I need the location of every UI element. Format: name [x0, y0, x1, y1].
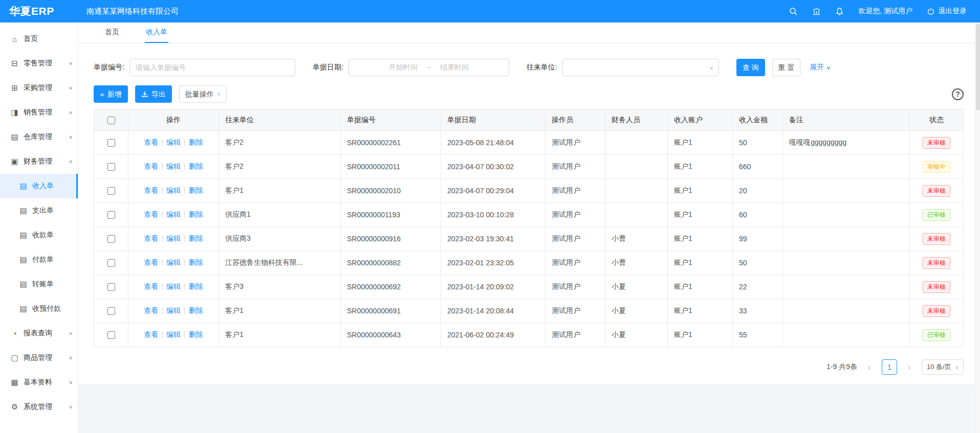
sidebar-item-basic-data[interactable]: ▦基本资料∨ — [0, 370, 78, 395]
row-checkbox[interactable] — [107, 211, 115, 219]
cell-operator: 测试用户 — [546, 155, 605, 179]
row-action-edit[interactable]: 编辑 — [166, 306, 181, 314]
cell-operator: 测试用户 — [546, 299, 605, 323]
sidebar-item-finance[interactable]: ▣财务管理∧ — [0, 149, 78, 174]
sidebar-item-warehouse[interactable]: ▤仓库管理∨ — [0, 125, 78, 149]
sidebar-item-system[interactable]: ⚙系统管理∨ — [0, 395, 78, 419]
row-action-view[interactable]: 查看 — [144, 186, 158, 194]
row-action-delete[interactable]: 删除 — [189, 234, 203, 242]
row-action-edit[interactable]: 编辑 — [166, 186, 181, 194]
goods-icon: ▢ — [10, 353, 19, 362]
row-action-delete[interactable]: 删除 — [189, 138, 203, 146]
row-action-view[interactable]: 查看 — [144, 282, 158, 290]
row-checkbox[interactable] — [107, 259, 115, 267]
sidebar-item-retail[interactable]: ⊟零售管理∨ — [0, 51, 78, 76]
current-page-button[interactable]: 1 — [882, 359, 897, 375]
bill-no-input[interactable] — [129, 59, 295, 76]
row-checkbox[interactable] — [107, 283, 115, 291]
chevron-down-icon: ∨ — [954, 364, 960, 370]
logout-button[interactable]: 退出登录 — [927, 7, 967, 16]
sidebar-subitem-receipt-bill[interactable]: ▤收款单 — [0, 223, 78, 247]
sidebar-subitem-transfer-bill[interactable]: ▤转账单 — [0, 272, 78, 297]
row-action-edit[interactable]: 编辑 — [166, 138, 181, 146]
reset-button[interactable]: 重 置 — [772, 59, 801, 76]
row-action-edit[interactable]: 编辑 — [166, 234, 181, 242]
select-all-checkbox[interactable] — [107, 117, 115, 124]
sidebar-subitem-payment-bill[interactable]: ▤付款单 — [0, 247, 78, 272]
sidebar-item-home[interactable]: ⌂首页 — [0, 27, 78, 51]
prev-page-button[interactable]: ‹ — [862, 359, 877, 375]
expand-link[interactable]: 展开 ∨ — [810, 63, 830, 72]
row-action-edit[interactable]: 编辑 — [166, 282, 181, 290]
page-size-select[interactable]: 10 条/页 ∨ — [922, 359, 964, 375]
cell-amount: 20 — [733, 179, 783, 203]
date-range-picker[interactable]: 开始时间 ~ 结束时间 — [349, 59, 509, 76]
row-action-edit[interactable]: 编辑 — [166, 258, 181, 266]
row-action-delete[interactable]: 删除 — [189, 186, 203, 194]
action-separator: | — [161, 234, 163, 242]
row-checkbox[interactable] — [107, 139, 115, 147]
row-checkbox[interactable] — [107, 307, 115, 315]
row-action-delete[interactable]: 删除 — [189, 306, 203, 314]
sidebar-subitem-income-bill[interactable]: ▤收入单 — [0, 174, 78, 198]
search-button[interactable]: 查 询 — [736, 59, 765, 76]
tab-income-bill[interactable]: 收入单 — [145, 22, 168, 43]
next-page-button[interactable]: › — [902, 359, 917, 375]
scrollbar-thumb[interactable] — [976, 24, 980, 110]
row-checkbox[interactable] — [107, 187, 115, 195]
cell-account: 账户1 — [668, 179, 733, 203]
status-badge: 已审核 — [923, 329, 950, 341]
header-cell-unit: 往来单位 — [219, 109, 341, 131]
tab-bar: 首页收入单 — [78, 22, 980, 43]
add-button[interactable]: + 新增 — [94, 85, 128, 103]
unit-select[interactable]: ∨ — [562, 59, 719, 76]
row-action-delete[interactable]: 删除 — [189, 282, 203, 290]
tab-home[interactable]: 首页 — [104, 22, 120, 43]
help-icon[interactable]: ? — [952, 88, 964, 100]
vertical-scrollbar[interactable] — [975, 22, 980, 433]
row-checkbox[interactable] — [107, 163, 115, 171]
row-checkbox[interactable] — [107, 235, 115, 243]
row-select-cell — [94, 227, 128, 251]
search-icon[interactable] — [789, 7, 798, 16]
sidebar-subitem-expense-bill[interactable]: ▤支出单 — [0, 198, 78, 223]
row-action-edit[interactable]: 编辑 — [166, 210, 181, 218]
sidebar-item-goods[interactable]: ▢商品管理∨ — [0, 346, 78, 370]
bell-icon[interactable] — [835, 7, 844, 16]
table-row: 查看|编辑|删除供应商3SR000000009162023-02-03 19:3… — [94, 227, 964, 251]
row-action-view[interactable]: 查看 — [144, 330, 158, 338]
row-actions-cell: 查看|编辑|删除 — [128, 251, 219, 275]
row-action-delete[interactable]: 删除 — [189, 162, 203, 170]
cell-finance_staff — [605, 155, 668, 179]
row-action-view[interactable]: 查看 — [144, 138, 158, 146]
export-button[interactable]: 导出 — [135, 85, 172, 103]
row-action-delete[interactable]: 删除 — [189, 210, 203, 218]
row-action-view[interactable]: 查看 — [144, 234, 158, 242]
purchase-icon: ⊞ — [10, 83, 19, 93]
doc-icon: ▤ — [19, 206, 28, 215]
action-separator: | — [184, 306, 186, 314]
row-action-view[interactable]: 查看 — [144, 258, 158, 266]
sidebar-item-label: 系统管理 — [24, 402, 52, 412]
row-action-delete[interactable]: 删除 — [189, 258, 203, 266]
sidebar-item-sales[interactable]: ◨销售管理∨ — [0, 100, 78, 125]
sidebar-item-purchase[interactable]: ⊞采购管理∨ — [0, 76, 78, 100]
row-action-view[interactable]: 查看 — [144, 306, 158, 314]
sidebar-subitem-label: 付款单 — [32, 255, 54, 264]
sidebar-subitem-advance-receipt[interactable]: ▤收预付款 — [0, 297, 78, 321]
row-action-delete[interactable]: 删除 — [189, 330, 203, 338]
row-action-view[interactable]: 查看 — [144, 210, 158, 218]
row-action-view[interactable]: 查看 — [144, 162, 158, 170]
sidebar-item-reports[interactable]: ◔报表查询∨ — [0, 321, 78, 346]
table-row: 查看|编辑|删除客户1SR000000006432021-06-02 00:24… — [94, 323, 964, 347]
header-cell-finance_staff: 财务人员 — [605, 109, 668, 131]
action-separator: | — [184, 330, 186, 338]
batch-actions-button[interactable]: 批量操作 ∨ — [179, 85, 227, 103]
row-actions-cell: 查看|编辑|删除 — [128, 179, 219, 203]
bank-icon[interactable] — [812, 7, 821, 16]
row-checkbox[interactable] — [107, 331, 115, 339]
cell-finance_staff: 小夏 — [605, 275, 668, 299]
row-action-edit[interactable]: 编辑 — [166, 330, 181, 338]
cell-bill_no: SR00000000916 — [341, 227, 441, 251]
row-action-edit[interactable]: 编辑 — [166, 162, 181, 170]
